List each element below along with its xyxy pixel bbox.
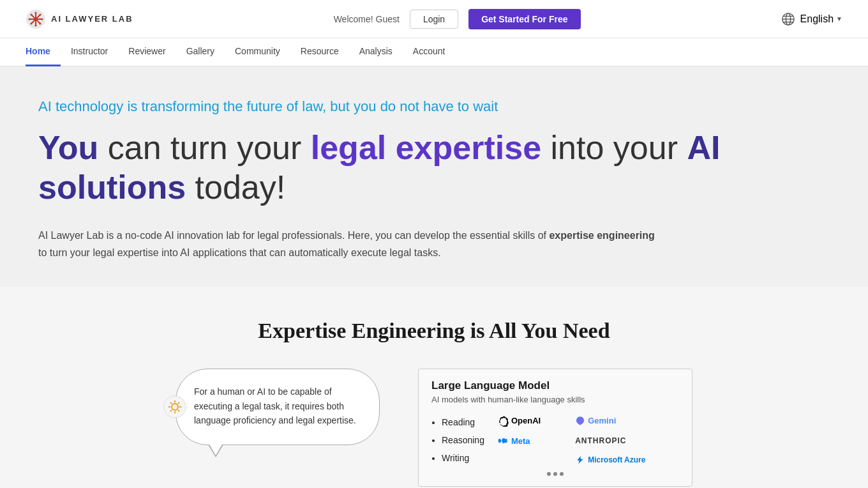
svg-point-6 xyxy=(35,24,37,26)
svg-point-8 xyxy=(41,18,43,20)
svg-point-10 xyxy=(40,22,41,24)
nav-item-gallery[interactable]: Gallery xyxy=(176,38,225,66)
svg-line-26 xyxy=(178,402,179,404)
azure-label: Microsoft Azure xyxy=(588,455,645,464)
logo-text: AI LAWYER LAB xyxy=(51,14,133,24)
nav-item-account[interactable]: Account xyxy=(403,38,456,66)
svg-line-24 xyxy=(170,402,172,404)
speech-bubble-wrapper: For a human or AI to be capable of execu… xyxy=(176,369,380,445)
llm-card-subtitle: AI models with human-like language skill… xyxy=(431,395,679,404)
llm-card-title: Large Language Model xyxy=(431,379,679,392)
language-label: English xyxy=(800,13,834,25)
meta-icon xyxy=(497,435,509,446)
hero-section: AI technology is transforming the future… xyxy=(0,66,868,287)
nav-item-instructor[interactable]: Instructor xyxy=(61,38,118,66)
hero-headline: You can turn your legal expertise into y… xyxy=(38,128,830,208)
headline-part6: today! xyxy=(186,169,285,206)
dot-3 xyxy=(560,472,564,476)
nav-item-home[interactable]: Home xyxy=(26,38,61,66)
svg-line-25 xyxy=(178,410,179,411)
svg-line-27 xyxy=(170,410,172,411)
llm-logos: OpenAI Gemini xyxy=(497,413,645,467)
logo[interactable]: AI LAWYER LAB xyxy=(26,9,133,29)
login-button[interactable]: Login xyxy=(410,10,458,29)
openai-logo: OpenAI xyxy=(497,415,567,427)
gemini-logo: Gemini xyxy=(575,416,645,426)
azure-icon xyxy=(575,455,585,465)
expertise-section: Expertise Engineering is All You Need xyxy=(0,287,868,488)
get-started-button[interactable]: Get Started For Free xyxy=(468,9,580,29)
llm-content: Reading Reasoning Writing OpenAI xyxy=(431,413,679,467)
description-part2: to turn your legal expertise into AI app… xyxy=(38,247,441,258)
gear-icon xyxy=(163,395,186,418)
nav-item-analysis[interactable]: Analysis xyxy=(349,38,403,66)
speech-bubble: For a human or AI to be capable of execu… xyxy=(176,369,380,445)
llm-list-item: Reasoning xyxy=(442,431,484,449)
svg-point-11 xyxy=(40,13,41,15)
globe-icon xyxy=(781,12,795,26)
svg-point-5 xyxy=(35,11,37,13)
llm-card: Large Language Model AI models with huma… xyxy=(418,369,692,487)
bubble-text: For a human or AI to be capable of execu… xyxy=(194,386,356,425)
llm-list-item: Reading xyxy=(442,413,484,431)
anthropic-label: ANTHROPIC xyxy=(575,436,626,445)
svg-point-18 xyxy=(164,396,186,418)
chevron-down-icon: ▼ xyxy=(836,15,842,22)
section2-title: Expertise Engineering is All You Need xyxy=(38,319,830,343)
svg-point-12 xyxy=(31,22,33,24)
nav-item-reviewer[interactable]: Reviewer xyxy=(118,38,176,66)
headline-you: You xyxy=(38,129,98,166)
header-right: English ▼ xyxy=(781,12,842,26)
dot-1 xyxy=(547,472,551,476)
description-bold: expertise engineering xyxy=(549,230,654,241)
openai-label: OpenAI xyxy=(511,416,541,425)
llm-dots xyxy=(431,472,679,476)
svg-point-9 xyxy=(31,13,33,15)
diagram-area: For a human or AI to be capable of execu… xyxy=(147,369,721,487)
llm-list: Reading Reasoning Writing xyxy=(431,413,484,467)
gemini-label: Gemini xyxy=(588,416,616,425)
header: AI LAWYER LAB Welcome! Guest Login Get S… xyxy=(0,0,868,38)
dot-2 xyxy=(553,472,557,476)
meta-logo: Meta xyxy=(497,435,567,446)
headline-part4: into your xyxy=(541,129,687,166)
logo-icon xyxy=(26,9,46,29)
gemini-icon xyxy=(575,416,585,426)
hero-tagline: AI technology is transforming the future… xyxy=(38,98,830,115)
header-center: Welcome! Guest Login Get Started For Fre… xyxy=(334,9,581,29)
meta-label: Meta xyxy=(511,436,530,446)
svg-point-7 xyxy=(29,18,31,20)
hero-description: AI Lawyer Lab is a no-code AI innovation… xyxy=(38,227,664,261)
description-part1: AI Lawyer Lab is a no-code AI innovation… xyxy=(38,230,549,241)
anthropic-logo: ANTHROPIC xyxy=(575,436,645,445)
openai-icon xyxy=(497,415,509,427)
nav-item-community[interactable]: Community xyxy=(225,38,290,66)
language-selector[interactable]: English ▼ xyxy=(800,13,842,25)
azure-logo: Microsoft Azure xyxy=(575,455,645,465)
navigation: Home Instructor Reviewer Gallery Communi… xyxy=(0,38,868,66)
nav-item-resource[interactable]: Resource xyxy=(290,38,349,66)
welcome-text: Welcome! Guest xyxy=(334,14,400,24)
headline-part2: can turn your xyxy=(98,129,310,166)
llm-list-item: Writing xyxy=(442,449,484,467)
headline-legal-expertise: legal expertise xyxy=(311,129,541,166)
